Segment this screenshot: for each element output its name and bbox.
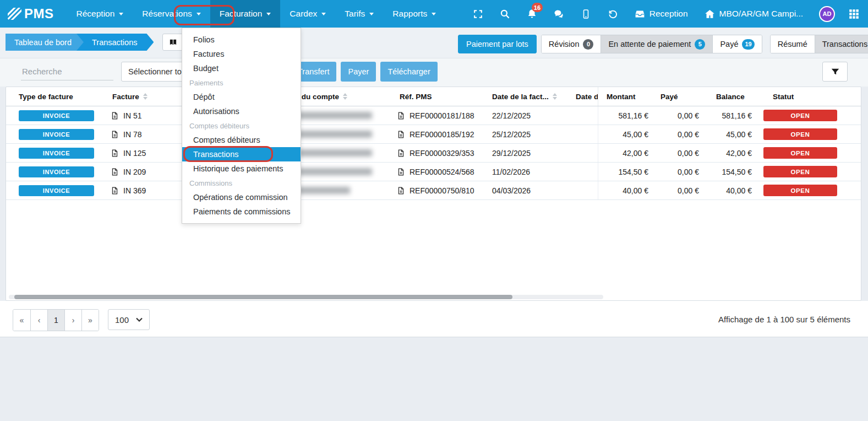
sort-icon[interactable] (343, 93, 347, 100)
column-header-stat: Statut (757, 87, 856, 106)
cell-paid: 0,00 € (653, 163, 702, 181)
menu-item-historique-des-paiements[interactable]: Historique des paiements (182, 161, 301, 176)
cell-pms-ref[interactable]: REF00000750/810 (389, 181, 485, 199)
document-icon (397, 149, 405, 158)
view-transactions[interactable]: Transactions (815, 35, 868, 53)
cell-due-date (570, 181, 598, 199)
filter-pay-[interactable]: Payé19 (712, 35, 761, 53)
view-label: Transactions (822, 40, 867, 48)
breadcrumb-dashboard[interactable]: Tableau de bord (6, 34, 86, 51)
fullscreen-button[interactable] (465, 0, 492, 28)
invoice-type-badge: INVOICE (19, 166, 94, 177)
nav-item-cardex[interactable]: Cardex (280, 0, 335, 28)
select-all-label: Sélectionner tout (128, 67, 188, 76)
menu-item-op-rations-de-commission[interactable]: Opérations de commission (182, 190, 301, 204)
page-nav-0[interactable]: « (13, 310, 30, 331)
cell-pms-ref[interactable]: REF00000329/353 (389, 144, 485, 162)
cell-pms-ref[interactable]: REF00000185/192 (389, 125, 485, 143)
cell-invoice-type: INVOICE (6, 163, 100, 181)
page-size-select[interactable]: 100 (108, 309, 150, 330)
menu-item-budget[interactable]: Budget (182, 61, 301, 75)
home-icon (705, 9, 715, 19)
brand-logo[interactable]: PMS (8, 6, 54, 21)
cell-invoice-number[interactable]: IN 209 (100, 163, 188, 181)
bell-button[interactable]: 16 (518, 0, 545, 28)
breadcrumb: Tableau de bord Transactions (6, 34, 154, 51)
table-row[interactable]: INVOICEIN 125REF00000329/35329/12/202542… (6, 144, 861, 163)
cell-pms-ref[interactable]: REF00000181/188 (389, 106, 485, 125)
table-row[interactable]: INVOICEIN 78REF00000185/19225/12/202545,… (6, 125, 861, 144)
mobile-button[interactable] (572, 0, 599, 28)
cell-balance: 42,00 € (702, 144, 757, 162)
horizontal-scrollbar[interactable] (9, 295, 603, 299)
invoice-number: IN 78 (123, 130, 141, 139)
document-icon (397, 186, 405, 195)
cell-invoice-number[interactable]: IN 369 (100, 181, 188, 199)
menu-item-autorisations[interactable]: Autorisations (182, 104, 301, 118)
sort-icon[interactable] (553, 93, 557, 100)
table-row[interactable]: INVOICEIN 209REF00000524/56811/02/202615… (6, 163, 861, 181)
apps-grid-button[interactable] (840, 0, 868, 28)
table-row[interactable]: INVOICEIN 51REF00000181/18822/12/2025581… (6, 106, 861, 125)
filter-en-attente-de-paiement[interactable]: En attente de paiement5 (600, 35, 712, 53)
column-label: Statut (773, 93, 794, 101)
filter-r-vision[interactable]: Révision0 (542, 35, 601, 53)
menu-item-d-p-t[interactable]: Dépôt (182, 90, 301, 104)
nav-item-label: Rapports (392, 9, 427, 19)
menu-item-folios[interactable]: Folios (182, 33, 301, 47)
search-button[interactable] (492, 0, 518, 28)
view-résumé[interactable]: Résumé (771, 35, 815, 53)
t-l-charger-button[interactable]: Télécharger (380, 62, 437, 82)
document-icon (111, 111, 119, 120)
nav-item-réservations[interactable]: Réservations (133, 0, 210, 28)
grid-icon (849, 9, 859, 19)
payer-button[interactable]: Payer (341, 62, 376, 82)
page-nav-4[interactable]: » (81, 310, 99, 331)
cell-invoice-number[interactable]: IN 51 (100, 106, 188, 125)
book-icon (168, 38, 178, 46)
invoice-number: IN 369 (123, 186, 146, 195)
status-badge: OPEN (763, 147, 837, 159)
invoice-number: IN 125 (123, 149, 146, 158)
menu-item-comptes-d-biteurs[interactable]: Comptes débiteurs (182, 133, 301, 147)
nav-item-rapports[interactable]: Rapports (383, 0, 445, 28)
menu-item-paiements-de-commissions[interactable]: Paiements de commissions (182, 204, 301, 219)
filter-button[interactable] (822, 62, 848, 82)
menu-item-factures[interactable]: Factures (182, 47, 301, 61)
menu-item-transactions[interactable]: Transactions (182, 147, 301, 161)
sort-icon[interactable] (143, 93, 148, 100)
workstation-selector[interactable]: Reception (626, 9, 696, 19)
column-header-fact[interactable]: Facture (100, 87, 188, 106)
breadcrumb-transactions[interactable]: Transactions (77, 34, 154, 51)
table-row[interactable]: INVOICEIN 369REF00000750/81004/03/202640… (6, 181, 861, 200)
cell-balance: 40,00 € (702, 181, 757, 199)
history-button[interactable] (599, 0, 626, 28)
status-badge: OPEN (763, 110, 837, 121)
cell-invoice-date: 11/02/2026 (485, 163, 570, 181)
page-nav-3[interactable]: › (64, 310, 81, 331)
menu-section-comptes-d-biteurs: Comptes débiteurs (182, 118, 301, 133)
invoice-type-badge: INVOICE (19, 185, 94, 196)
chat-button[interactable] (545, 0, 572, 28)
cell-invoice-date: 25/12/2025 (485, 125, 570, 143)
cell-invoice-date: 04/03/2026 (485, 181, 570, 199)
search-input[interactable] (21, 66, 133, 77)
cell-pms-ref[interactable]: REF00000524/568 (389, 163, 485, 181)
batch-payment-button[interactable]: Paiement par lots (458, 35, 537, 53)
cell-invoice-number[interactable]: IN 125 (100, 144, 188, 162)
nav-item-réception[interactable]: Réception (67, 0, 133, 28)
transactions-table-card: Type de factureFactureNom du compteRéf. … (6, 87, 861, 301)
avatar[interactable]: AD (819, 6, 835, 22)
cell-due-date (570, 163, 598, 181)
nav-item-facturation[interactable]: Facturation (210, 0, 281, 28)
page-nav-1[interactable]: ‹ (30, 310, 47, 331)
column-header-datef[interactable]: Date de la fact... (485, 87, 570, 106)
property-selector[interactable]: MBO/AR/GM Campi... (696, 9, 811, 19)
cell-invoice-number[interactable]: IN 78 (100, 125, 188, 143)
scrollbar-thumb[interactable] (14, 295, 512, 299)
cell-paid: 0,00 € (653, 125, 702, 143)
nav-item-tarifs[interactable]: Tarifs (335, 0, 383, 28)
invoice-number: IN 51 (123, 111, 141, 120)
document-icon (111, 149, 119, 158)
page-current[interactable]: 1 (47, 310, 64, 331)
